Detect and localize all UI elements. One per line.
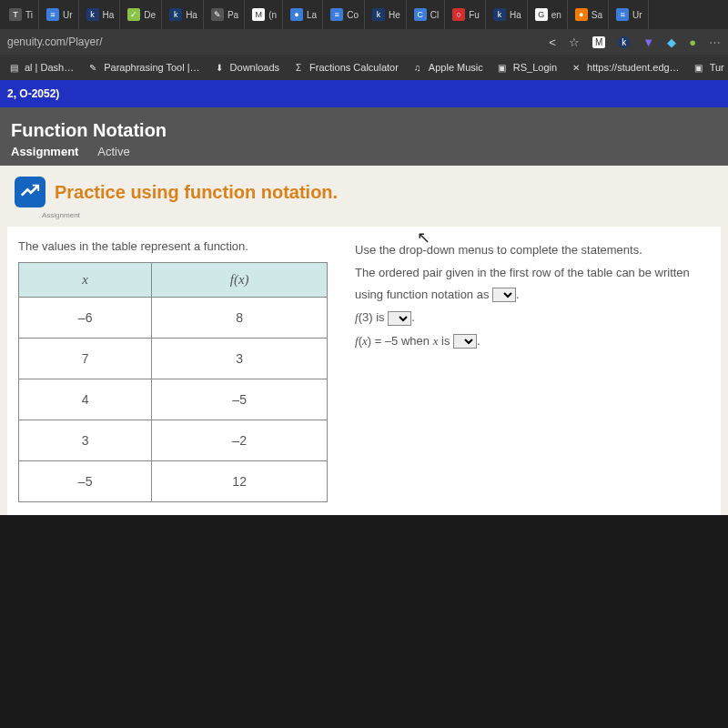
- dropdown-f3[interactable]: [388, 311, 411, 326]
- browser-tab[interactable]: ✓De: [122, 0, 162, 29]
- browser-tab[interactable]: CCl: [409, 0, 445, 29]
- more-icon[interactable]: ⋯: [709, 35, 721, 49]
- page-subtitle: Assignment Active: [11, 145, 717, 158]
- browser-tab[interactable]: kHa: [488, 0, 528, 29]
- tab-favicon-icon: k: [86, 8, 99, 21]
- url-text[interactable]: genuity.com/Player/: [7, 35, 549, 48]
- intro-text: The values in the table represent a func…: [18, 239, 328, 253]
- tab-favicon-icon: ●: [575, 8, 588, 21]
- lesson-tag: Assignment: [42, 211, 728, 219]
- statement-2: f(3) is .: [355, 307, 710, 328]
- extension-icon-k[interactable]: k: [618, 36, 630, 48]
- cell-fx: 12: [152, 461, 328, 502]
- bookmark-label: Tur: [710, 62, 724, 73]
- table-row: –68: [19, 298, 328, 339]
- bookmark-icon: ⬇: [213, 61, 226, 74]
- bookmark-icon: ♫: [411, 61, 424, 74]
- bookmark-label: Paraphrasing Tool |…: [104, 62, 199, 73]
- browser-tab[interactable]: TTi: [4, 0, 39, 29]
- tab-label: Cl: [430, 10, 439, 20]
- browser-tab[interactable]: ○Fu: [447, 0, 486, 29]
- bookmark-item[interactable]: ▣Tur: [693, 61, 724, 74]
- extension-icon-shield[interactable]: ▼: [642, 35, 654, 49]
- tab-label: en: [551, 10, 561, 20]
- browser-tab[interactable]: Gen: [530, 0, 568, 29]
- cell-x: 4: [19, 379, 152, 420]
- bookmark-label: Fractions Calculator: [309, 62, 399, 73]
- browser-tab[interactable]: ●Sa: [570, 0, 609, 29]
- extension-icon-circle[interactable]: ●: [689, 35, 696, 49]
- bookmark-item[interactable]: ▣RS_Login: [496, 61, 557, 74]
- dropdown-ordered-pair[interactable]: [492, 288, 516, 302]
- bookmark-item[interactable]: ⬇Downloads: [213, 61, 279, 74]
- statement-1: The ordered pair given in the first row …: [355, 262, 710, 305]
- left-column: The values in the table represent a func…: [18, 239, 328, 502]
- tab-favicon-icon: ≡: [616, 8, 629, 21]
- tab-label: Pa: [228, 10, 238, 20]
- browser-tab[interactable]: M(n: [247, 0, 283, 29]
- cell-fx: 8: [152, 298, 328, 339]
- bookmark-label: Apple Music: [429, 62, 483, 73]
- browser-tab[interactable]: kHa: [81, 0, 121, 29]
- tab-label: La: [307, 10, 317, 20]
- browser-tab[interactable]: ≡Ur: [41, 0, 79, 29]
- tab-label: De: [144, 10, 156, 20]
- tab-label: Ha: [186, 10, 197, 20]
- tab-label: He: [389, 10, 400, 20]
- bookmark-item[interactable]: ✎Paraphrasing Tool |…: [86, 61, 199, 74]
- cell-x: –5: [19, 461, 152, 502]
- lesson-icon: [15, 177, 46, 207]
- extension-icon-diamond[interactable]: ◆: [667, 35, 676, 49]
- tab-favicon-icon: ✓: [127, 8, 140, 21]
- tab-favicon-icon: T: [9, 8, 22, 21]
- cell-x: –6: [19, 298, 152, 339]
- tab-favicon-icon: ≡: [46, 8, 59, 21]
- bookmark-icon: Σ: [292, 61, 305, 74]
- bookmark-bar: ▤al | Dash…✎Paraphrasing Tool |…⬇Downloa…: [0, 55, 728, 80]
- tab-favicon-icon: ✎: [211, 8, 224, 21]
- browser-tab[interactable]: kHe: [367, 0, 407, 29]
- bookmark-item[interactable]: ✕https://student.edg…: [570, 61, 680, 74]
- tab-favicon-icon: ≡: [330, 8, 343, 21]
- browser-tab[interactable]: ≡Ur: [611, 0, 649, 29]
- bookmark-item[interactable]: ♫Apple Music: [411, 61, 483, 74]
- tab-favicon-icon: ○: [452, 8, 465, 21]
- bookmark-icon: ▣: [693, 61, 705, 74]
- course-header-bar: 2, O-2052): [0, 80, 728, 107]
- bookmark-icon: ▤: [7, 61, 20, 74]
- cell-x: 7: [19, 339, 152, 379]
- lesson-title: Practice using function notation.: [55, 182, 338, 203]
- bookmark-label: Downloads: [230, 62, 279, 73]
- browser-tab[interactable]: ✎Pa: [206, 0, 245, 29]
- table-body: –68734–53–2–512: [19, 298, 328, 502]
- status-label: Active: [97, 145, 129, 158]
- content-header: Function Notation Assignment Active: [0, 107, 728, 166]
- bookmark-item[interactable]: ΣFractions Calculator: [292, 61, 399, 74]
- bookmark-label: https://student.edg…: [587, 62, 680, 73]
- bookmark-label: al | Dash…: [25, 62, 74, 73]
- dropdown-x[interactable]: [453, 334, 477, 349]
- lesson-header: Practice using function notation.: [0, 166, 728, 213]
- browser-tab[interactable]: kHa: [164, 0, 204, 29]
- lesson-panel: Practice using function notation. Assign…: [0, 166, 728, 515]
- bookmark-label: RS_Login: [513, 62, 557, 73]
- extension-icon-1[interactable]: M: [592, 36, 605, 48]
- bookmark-icon: ▣: [496, 61, 509, 74]
- table-row: 4–5: [19, 379, 328, 420]
- tab-favicon-icon: k: [169, 8, 182, 21]
- tab-label: (n: [268, 10, 277, 20]
- course-code: 2, O-2052): [7, 87, 59, 100]
- cell-x: 3: [19, 420, 152, 461]
- tab-favicon-icon: ●: [290, 8, 303, 21]
- tab-favicon-icon: k: [493, 8, 506, 21]
- tab-label: Co: [347, 10, 359, 20]
- browser-tab[interactable]: ●La: [285, 0, 323, 29]
- tab-favicon-icon: M: [252, 8, 265, 21]
- bookmark-item[interactable]: ▤al | Dash…: [7, 61, 74, 74]
- share-icon[interactable]: <: [549, 35, 556, 49]
- browser-tab[interactable]: ≡Co: [325, 0, 365, 29]
- cell-fx: –2: [152, 420, 328, 461]
- star-icon[interactable]: ☆: [569, 35, 580, 49]
- lesson-body: The values in the table represent a func…: [7, 227, 721, 515]
- right-column: Use the drop-down menus to complete the …: [355, 239, 710, 502]
